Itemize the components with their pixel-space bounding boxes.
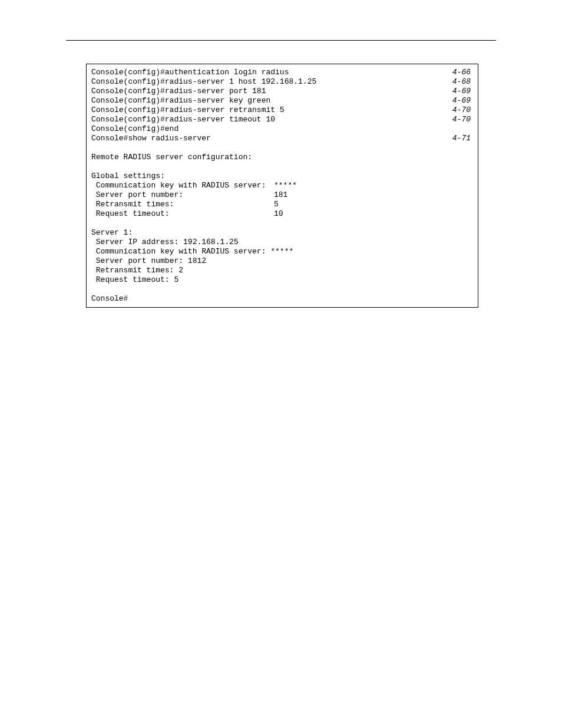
page-ref [471,124,473,134]
blank-line [91,143,473,153]
blank-line [91,162,473,172]
console-line: Console(config)#radius-server 1 host 192… [91,77,473,87]
console-prompt: Console# [91,294,473,304]
global-settings-header: Global settings: [91,172,473,181]
setting-value: 10 [274,209,283,219]
page-ref: 4-70 [452,106,473,115]
console-output-box: Console(config)#authentication login rad… [86,64,478,308]
page-ref: 4-69 [452,87,473,96]
console-line: Console#show radius-server 4-71 [91,134,473,143]
blank-line [91,285,473,294]
setting-key: Communication key with RADIUS server: [91,181,274,190]
setting-key: Request timeout: [91,209,274,219]
console-command: Console(config)#radius-server 1 host 192… [91,77,316,87]
server1-line: Server IP address: 192.168.1.25 [91,238,473,247]
console-line: Console(config)#radius-server retransmit… [91,106,473,115]
blank-line [91,219,473,228]
console-command: Console(config)#authentication login rad… [91,68,289,77]
page-ref: 4-69 [452,96,473,106]
page: Console(config)#authentication login rad… [0,0,562,728]
server1-line: Server port number: 1812 [91,256,473,266]
global-setting-row: Retransmit times: 5 [91,200,473,209]
server1-line: Retransmit times: 2 [91,266,473,275]
setting-value: 5 [274,200,279,209]
horizontal-rule [66,40,496,41]
server1-line: Request timeout: 5 [91,275,473,285]
console-line: Console(config)#end [91,124,473,134]
setting-value: ***** [274,181,297,190]
console-line: Console(config)#radius-server port 181 4… [91,87,473,96]
page-ref: 4-66 [452,68,473,77]
page-ref: 4-70 [452,115,473,124]
setting-value: 181 [274,190,287,200]
page-ref: 4-68 [452,77,473,87]
section-header: Remote RADIUS server configuration: [91,153,473,162]
console-command: Console(config)#radius-server port 181 [91,87,266,96]
console-command: Console(config)#radius-server timeout 10 [91,115,275,124]
page-ref: 4-71 [452,134,473,143]
console-command: Console#show radius-server [91,134,211,143]
console-line: Console(config)#radius-server key green … [91,96,473,106]
console-command: Console(config)#end [91,124,178,134]
global-setting-row: Request timeout: 10 [91,209,473,219]
console-line: Console(config)#radius-server timeout 10… [91,115,473,124]
console-line: Console(config)#authentication login rad… [91,68,473,77]
global-setting-row: Server port number: 181 [91,190,473,200]
global-setting-row: Communication key with RADIUS server: **… [91,181,473,190]
console-command: Console(config)#radius-server key green [91,96,270,106]
setting-key: Server port number: [91,190,274,200]
console-command: Console(config)#radius-server retransmit… [91,106,285,115]
setting-key: Retransmit times: [91,200,274,209]
server1-header: Server 1: [91,228,473,238]
server1-line: Communication key with RADIUS server: **… [91,247,473,256]
